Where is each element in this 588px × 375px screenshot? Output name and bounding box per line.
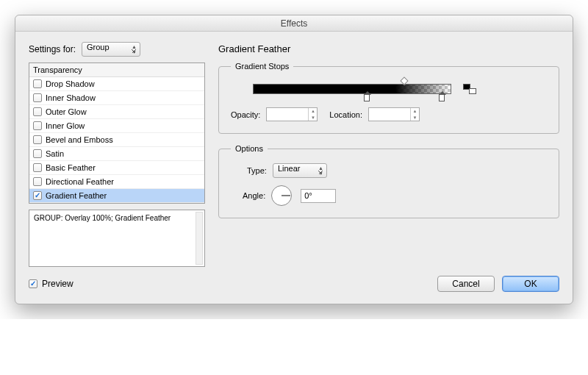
effects-list-header: Transparency [29,63,204,77]
effects-summary: GROUP: Overlay 100%; Gradient Feather [29,210,205,267]
reverse-gradient-icon[interactable] [463,84,476,94]
effect-label: Outer Glow [46,107,87,116]
angle-field[interactable] [301,190,335,202]
panel-title: Gradient Feather [218,43,559,54]
effect-label: Inner Glow [46,121,85,130]
preview-checkbox[interactable] [29,279,37,288]
effect-checkbox[interactable] [33,163,42,172]
effect-checkbox[interactable] [33,107,42,116]
effect-label: Basic Feather [46,163,96,172]
effect-checkbox[interactable] [33,135,42,144]
effect-checkbox[interactable] [33,121,42,130]
opacity-label: Opacity: [231,110,260,119]
gradient-stop-2[interactable] [439,94,445,101]
effect-item[interactable]: Satin [29,147,204,161]
effect-label: Inner Shadow [46,93,96,102]
effect-checkbox[interactable] [33,93,42,102]
gradient-ramp[interactable] [253,84,451,94]
type-select[interactable]: Linear ▲▼ [273,163,327,178]
type-value: Linear [278,164,301,173]
angle-dial[interactable] [271,185,292,206]
effect-checkbox[interactable] [33,177,42,186]
angle-input[interactable] [301,189,336,203]
effect-item[interactable]: Basic Feather [29,161,204,175]
ok-button[interactable]: OK [502,276,559,292]
gradient-stops-legend: Gradient Stops [231,62,293,71]
window-title: Effects [15,15,573,32]
gradient-midpoint[interactable] [400,76,408,85]
effect-label: Drop Shadow [46,79,95,88]
cancel-button[interactable]: Cancel [437,276,495,292]
settings-for-value: Group [87,43,110,51]
effect-label: Bevel and Emboss [46,135,113,144]
effects-list[interactable]: Transparency Drop ShadowInner ShadowOute… [29,63,205,204]
options-group: Options Type: Linear ▲▼ Angle: [218,144,559,218]
location-input[interactable]: ▲▼ [368,107,420,121]
effect-label: Satin [46,149,64,158]
location-field[interactable] [369,108,410,121]
gradient-stops-group: Gradient Stops Opacity: ▲▼ Locatio [218,62,559,134]
gradient-stop-1[interactable] [364,94,370,101]
preview-label: Preview [42,279,74,289]
angle-label: Angle: [243,191,265,200]
effect-label: Gradient Feather [46,191,107,200]
effect-item[interactable]: Bevel and Emboss [29,133,204,147]
effect-item[interactable]: Inner Shadow [29,91,204,105]
effect-item[interactable]: Directional Feather [29,175,204,189]
opacity-field[interactable] [267,108,308,121]
effect-item[interactable]: Drop Shadow [29,77,204,91]
type-label: Type: [247,166,267,175]
opacity-input[interactable]: ▲▼ [266,107,318,121]
settings-for-select[interactable]: Group ▲▼ [82,42,140,57]
effect-item[interactable]: Gradient Feather [29,189,204,203]
location-label: Location: [329,110,362,119]
settings-for-label: Settings for: [29,44,76,54]
options-legend: Options [231,144,268,153]
effect-checkbox[interactable] [33,149,42,158]
effect-checkbox[interactable] [33,191,42,200]
effects-dialog: Effects Settings for: Group ▲▼ Transpare… [15,15,573,304]
effect-item[interactable]: Inner Glow [29,119,204,133]
effect-label: Directional Feather [46,177,114,186]
effect-checkbox[interactable] [33,79,42,88]
effect-item[interactable]: Outer Glow [29,105,204,119]
